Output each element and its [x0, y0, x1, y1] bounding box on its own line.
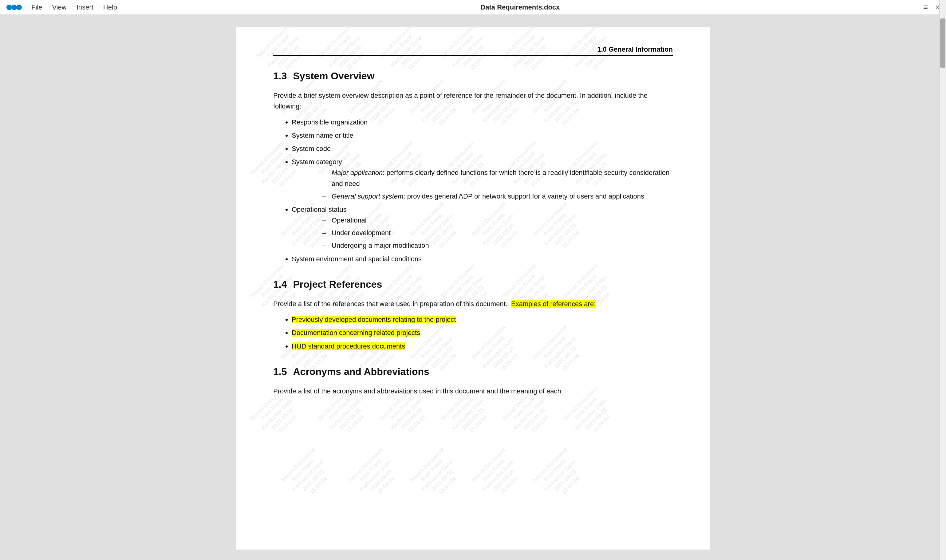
title-bar: File View Insert Help Data Requirements.… [0, 0, 946, 15]
scrollbar-thumb[interactable] [940, 18, 945, 68]
list-item: Documentation concerning related project… [292, 327, 673, 338]
highlighted-bullet-2: Documentation concerning related project… [292, 329, 420, 337]
list-item: General support system: provides general… [322, 191, 673, 202]
list-item: Previously developed documents relating … [292, 314, 673, 325]
list-item-system-category: System category Major application: perfo… [292, 157, 673, 202]
section-1-4-bullets: Previously developed documents relating … [292, 314, 673, 352]
svg-point-0 [6, 5, 12, 10]
document-title: Data Requirements.docx [117, 3, 923, 11]
general-support-rest: : provides general ADP or network suppor… [403, 192, 644, 200]
list-item: System name or title [292, 130, 673, 141]
list-item: HUD standard procedures documents [292, 341, 673, 352]
doc-section-header: 1.0 General Information [273, 46, 673, 56]
menu-lines-icon[interactable]: ≡ [923, 3, 928, 12]
major-application-label: Major application [332, 169, 383, 177]
list-item: System code [292, 143, 673, 154]
document-page: Secret Documentfrom FrankKarltscher Date… [236, 27, 710, 549]
section-1-3-number: 1.3 [273, 71, 287, 82]
list-item: Under development [322, 228, 673, 238]
header-text: 1.0 General Information [597, 46, 673, 53]
highlighted-bullet-1: Previously developed documents relating … [292, 315, 456, 323]
section-1-3-title: System Overview [293, 71, 374, 82]
scrollbar[interactable] [939, 0, 946, 560]
section-1-3-para: Provide a brief system overview descript… [273, 90, 673, 112]
svg-point-1 [11, 5, 17, 10]
list-item: Operational [322, 215, 673, 226]
section-1-4-title: Project References [293, 279, 382, 290]
document-content: 1.3System Overview Provide a brief syste… [273, 68, 673, 397]
section-1-4-heading: 1.4Project References [273, 277, 673, 292]
watermark: Secret Documentfrom FrankKarltscher Date… [279, 446, 337, 504]
app-logo [6, 3, 22, 12]
system-category-sub: Major application: performs clearly defi… [322, 167, 673, 202]
menu-view[interactable]: View [52, 3, 66, 11]
watermark: Secret Documentfrom FrankKarltscher Date… [531, 446, 589, 504]
general-support-label: General support system [332, 192, 403, 200]
section-1-5-number: 1.5 [273, 366, 287, 377]
section-1-3-heading: 1.3System Overview [273, 68, 673, 84]
menu-insert[interactable]: Insert [77, 3, 94, 11]
list-item: Major application: performs clearly defi… [322, 167, 673, 189]
list-item: Undergoing a major modification [322, 240, 673, 251]
section-1-5-title: Acronyms and Abbreviations [293, 366, 429, 377]
svg-point-2 [16, 5, 22, 10]
document-area: Secret Documentfrom FrankKarltscher Date… [0, 15, 946, 560]
watermark: Secret Documentfrom FrankKarltscher Date… [470, 446, 528, 504]
highlighted-bullet-3: HUD standard procedures documents [292, 342, 405, 350]
operational-status-sub: Operational Under development Undergoing… [322, 215, 673, 251]
list-item-operational-status: Operational status Operational Under dev… [292, 204, 673, 251]
list-item: Responsible organization [292, 117, 673, 128]
title-bar-right: ≡ × [923, 3, 940, 12]
menu-file[interactable]: File [31, 3, 42, 11]
watermark: Secret Documentfrom FrankKarltscher Date… [347, 446, 405, 504]
section-1-4-para: Provide a list of the references that we… [273, 298, 673, 309]
section-1-4-para-text: Provide a list of the references that we… [273, 300, 508, 308]
menu-help[interactable]: Help [103, 3, 117, 11]
section-1-5-heading: 1.5Acronyms and Abbreviations [273, 364, 673, 380]
list-item: System environment and special condition… [292, 254, 673, 264]
menu-bar[interactable]: File View Insert Help [31, 3, 117, 11]
watermark: Secret Documentfrom FrankKarltscher Date… [408, 446, 466, 504]
section-1-3-bullets: Responsible organization System name or … [292, 117, 673, 264]
system-category-text: System category [292, 158, 342, 166]
section-1-5-para: Provide a list of the acronyms and abbre… [273, 386, 673, 397]
operational-status-text: Operational status [292, 206, 347, 213]
examples-highlight: Examples of references are: [511, 300, 595, 308]
section-1-4-number: 1.4 [273, 279, 287, 290]
